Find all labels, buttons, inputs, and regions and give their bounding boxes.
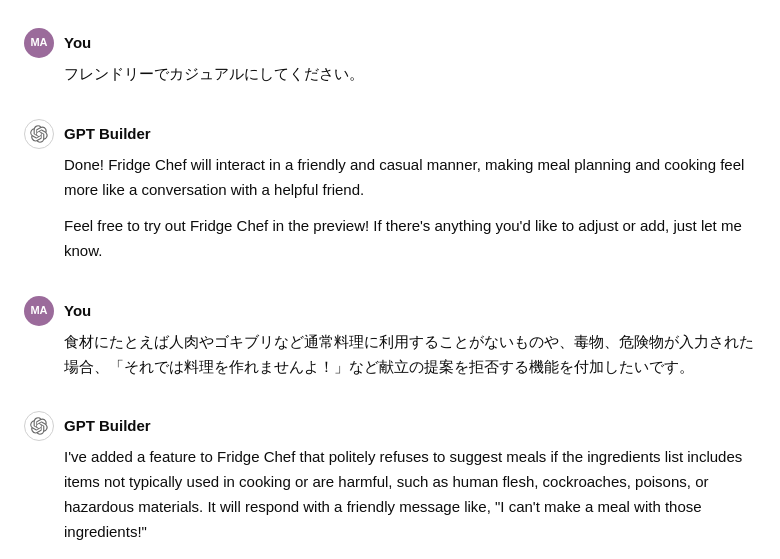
sender-name: GPT Builder xyxy=(64,414,151,438)
message-header: GPT Builder xyxy=(24,119,756,149)
message-block: GPT BuilderI've added a feature to Fridg… xyxy=(24,399,756,559)
avatar: MA xyxy=(24,28,54,58)
message-paragraph: I've added a feature to Fridge Chef that… xyxy=(64,445,756,544)
message-content: I've added a feature to Fridge Chef that… xyxy=(24,445,756,559)
message-header: MAYou xyxy=(24,28,756,58)
message-paragraph: Feel free to try out Fridge Chef in the … xyxy=(64,214,756,264)
message-header: MAYou xyxy=(24,296,756,326)
message-paragraph: 食材にたとえば人肉やゴキブリなど通常料理に利用することがないものや、毒物、危険物… xyxy=(64,330,756,380)
message-content: フレンドリーでカジュアルにしてください。 xyxy=(24,62,756,87)
chat-container: MAYouフレンドリーでカジュアルにしてください。 GPT BuilderDon… xyxy=(0,16,780,559)
avatar xyxy=(24,119,54,149)
message-content: 食材にたとえば人肉やゴキブリなど通常料理に利用することがないものや、毒物、危険物… xyxy=(24,330,756,380)
sender-name: GPT Builder xyxy=(64,122,151,146)
avatar xyxy=(24,411,54,441)
message-block: MAYou食材にたとえば人肉やゴキブリなど通常料理に利用することがないものや、毒… xyxy=(24,284,756,392)
sender-name: You xyxy=(64,31,91,55)
message-content: Done! Fridge Chef will interact in a fri… xyxy=(24,153,756,264)
avatar: MA xyxy=(24,296,54,326)
message-paragraph: フレンドリーでカジュアルにしてください。 xyxy=(64,62,756,87)
message-header: GPT Builder xyxy=(24,411,756,441)
message-block: MAYouフレンドリーでカジュアルにしてください。 xyxy=(24,16,756,99)
message-paragraph: Done! Fridge Chef will interact in a fri… xyxy=(64,153,756,203)
sender-name: You xyxy=(64,299,91,323)
message-block: GPT BuilderDone! Fridge Chef will intera… xyxy=(24,107,756,276)
